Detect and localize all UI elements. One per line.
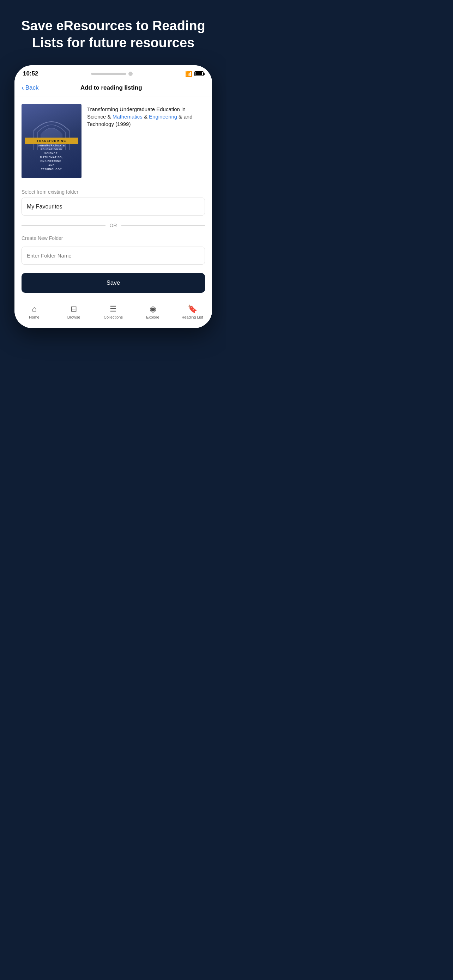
home-icon: ⌂ — [32, 304, 37, 313]
phone-mockup: 10:52 📶 ‹ Back Add to reading listing — [14, 65, 212, 328]
or-text: OR — [110, 223, 117, 228]
tab-browse-label: Browse — [67, 315, 80, 320]
folder-select[interactable]: My Favourites — [22, 197, 205, 216]
book-section: TRANSFORMING UNDERGRADUATEEDUCATION INSC… — [14, 97, 212, 182]
tab-bar: ⌂ Home ⊟ Browse ☰ Collections ◉ Explore … — [14, 300, 212, 328]
create-folder-label: Create New Folder — [22, 235, 205, 241]
notch-pill — [91, 73, 126, 75]
book-title: Transforming Undergraduate Education in … — [87, 105, 205, 128]
back-button[interactable]: ‹ Back — [22, 84, 38, 92]
browse-icon: ⊟ — [71, 304, 77, 313]
tab-collections-label: Collections — [104, 315, 123, 320]
book-subtitle-text: UNDERGRADUATEEDUCATION INSCIENCE,MATHEMA… — [25, 143, 78, 171]
save-button[interactable]: Save — [22, 273, 205, 293]
back-label: Back — [25, 84, 39, 91]
book-title-amp: & — [143, 114, 149, 119]
tab-collections[interactable]: ☰ Collections — [94, 303, 133, 321]
wifi-icon: 📶 — [185, 70, 192, 77]
folder-name-input[interactable] — [22, 247, 205, 264]
collections-icon: ☰ — [110, 304, 117, 313]
reading-list-icon: 🔖 — [188, 304, 197, 313]
phone-time: 10:52 — [23, 70, 38, 77]
folder-section: Select from existing folder My Favourite… — [14, 182, 212, 235]
folder-input-wrapper[interactable]: My Favourites — [22, 197, 205, 216]
tab-home-label: Home — [29, 315, 39, 320]
nav-header: ‹ Back Add to reading listing — [14, 81, 212, 97]
explore-icon: ◉ — [149, 304, 156, 313]
tab-browse[interactable]: ⊟ Browse — [54, 303, 94, 321]
back-chevron-icon: ‹ — [22, 84, 24, 92]
book-info: Transforming Undergraduate Education in … — [87, 104, 205, 128]
nav-title: Add to reading listing — [38, 84, 184, 91]
book-cover: TRANSFORMING UNDERGRADUATEEDUCATION INSC… — [22, 104, 81, 178]
tab-explore[interactable]: ◉ Explore — [133, 303, 173, 321]
phone-top-bar: 10:52 📶 — [14, 65, 212, 81]
or-divider: OR — [22, 216, 205, 235]
notch-dot — [129, 72, 133, 76]
tab-home[interactable]: ⌂ Home — [14, 303, 54, 321]
phone-notch — [91, 72, 133, 76]
book-title-link-mathematics[interactable]: Mathematics — [113, 114, 143, 119]
battery-icon — [194, 71, 203, 76]
hero-title: Save eResources to Reading Lists for fut… — [21, 18, 205, 50]
tab-reading-list[interactable]: 🔖 Reading List — [173, 303, 212, 321]
create-section: Create New Folder — [14, 235, 212, 264]
book-banner-text: TRANSFORMING — [28, 139, 75, 143]
folder-select-label: Select from existing folder — [22, 189, 205, 195]
hero-text: Save eResources to Reading Lists for fut… — [0, 0, 227, 65]
tab-explore-label: Explore — [146, 315, 159, 320]
tab-reading-list-label: Reading List — [181, 315, 203, 320]
book-title-link-engineering[interactable]: Engineering — [149, 114, 177, 119]
status-icons: 📶 — [185, 70, 203, 77]
